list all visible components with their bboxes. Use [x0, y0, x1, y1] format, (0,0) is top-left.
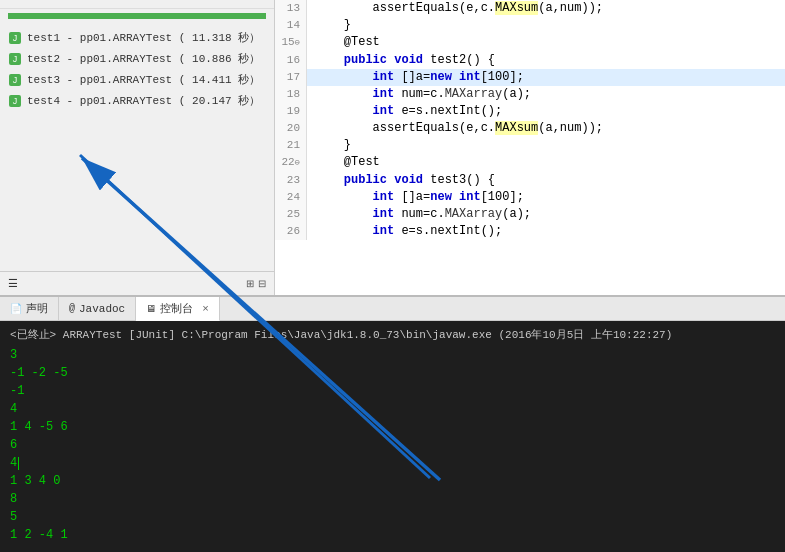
fault-icon-btn-1[interactable]: ⊞: [246, 278, 254, 289]
test-icon-test1: J: [8, 31, 22, 45]
test-label-test4: test4 - pp01.ARRAYTest ( 20.147 秒）: [27, 93, 260, 108]
progress-bar: [8, 13, 266, 19]
code-line: 15⊖ @Test: [275, 34, 785, 52]
code-line: 26 int e=s.nextInt();: [275, 223, 785, 240]
line-number: 23: [275, 172, 307, 189]
tab-close-btn[interactable]: ×: [202, 303, 209, 315]
line-number: 16: [275, 52, 307, 69]
line-number: 24: [275, 189, 307, 206]
line-number: 17: [275, 69, 307, 86]
test-item-test4[interactable]: Jtest4 - pp01.ARRAYTest ( 20.147 秒）: [0, 90, 274, 111]
test-item-test3[interactable]: Jtest3 - pp01.ARRAYTest ( 14.411 秒）: [0, 69, 274, 90]
test-item-test2[interactable]: Jtest2 - pp01.ARRAYTest ( 10.886 秒）: [0, 48, 274, 69]
test-item-test1[interactable]: Jtest1 - pp01.ARRAYTest ( 11.318 秒）: [0, 27, 274, 48]
main-container: Jtest1 - pp01.ARRAYTest ( 11.318 秒）Jtest…: [0, 0, 785, 552]
test-list: Jtest1 - pp01.ARRAYTest ( 11.318 秒）Jtest…: [0, 23, 274, 271]
line-number: 13: [275, 0, 307, 17]
console-line: 4: [10, 400, 775, 418]
line-content: assertEquals(e,c.MAXsum(a,num));: [307, 120, 603, 137]
svg-text:J: J: [13, 54, 18, 64]
console-line: -1: [10, 382, 775, 400]
test-label-test2: test2 - pp01.ARRAYTest ( 10.886 秒）: [27, 51, 260, 66]
text-cursor: [18, 457, 19, 470]
fault-track-bar: ☰ ⊞ ⊟: [0, 271, 274, 295]
console-line: 4: [10, 454, 775, 472]
code-line: 17 int []a=new int[100];: [275, 69, 785, 86]
console-line: 6: [10, 436, 775, 454]
code-line: 22⊖ @Test: [275, 154, 785, 172]
tab-icon-declaration: 📄: [10, 303, 22, 315]
console-header: <已终止> ARRAYTest [JUnit] C:\Program Files…: [10, 327, 775, 342]
code-lines: 13 assertEquals(e,c.MAXsum(a,num));14 }1…: [275, 0, 785, 240]
test-icon-test4: J: [8, 94, 22, 108]
tab-label-javadoc: Javadoc: [79, 303, 125, 315]
line-content: int num=c.MAXarray(a);: [307, 86, 531, 103]
console-line: -1 -2 -5: [10, 364, 775, 382]
line-content: int []a=new int[100];: [307, 189, 524, 206]
svg-text:J: J: [13, 96, 18, 106]
console-text: 4: [10, 454, 17, 472]
code-line: 16 public void test2() {: [275, 52, 785, 69]
code-panel: 13 assertEquals(e,c.MAXsum(a,num));14 }1…: [275, 0, 785, 295]
line-content: assertEquals(e,c.MAXsum(a,num));: [307, 0, 603, 17]
console-lines: 3-1 -2 -5-141 4 -5 664 1 3 4 0851 2 -4 1: [10, 346, 775, 544]
tab-console[interactable]: 🖥控制台×: [136, 297, 220, 321]
tab-javadoc[interactable]: @Javadoc: [59, 297, 136, 320]
line-content: }: [307, 17, 351, 34]
line-number: 19: [275, 103, 307, 120]
console-area[interactable]: <已终止> ARRAYTest [JUnit] C:\Program Files…: [0, 321, 785, 552]
line-number: 18: [275, 86, 307, 103]
line-content: int num=c.MAXarray(a);: [307, 206, 531, 223]
console-line: 8: [10, 490, 775, 508]
console-line: 3: [10, 346, 775, 364]
console-line: 5: [10, 508, 775, 526]
line-number: 14: [275, 17, 307, 34]
svg-text:J: J: [13, 75, 18, 85]
code-line: 13 assertEquals(e,c.MAXsum(a,num));: [275, 0, 785, 17]
line-number: 20: [275, 120, 307, 137]
test-icon-test2: J: [8, 52, 22, 66]
test-icon-test3: J: [8, 73, 22, 87]
tab-label-console: 控制台: [160, 301, 193, 316]
console-line: 1 4 -5 6: [10, 418, 775, 436]
code-line: 21 }: [275, 137, 785, 154]
code-line: 24 int []a=new int[100];: [275, 189, 785, 206]
line-content: int []a=new int[100];: [307, 69, 524, 86]
line-content: @Test: [307, 34, 380, 52]
line-content: }: [307, 137, 351, 154]
run-stats: [0, 0, 274, 9]
tab-icon-console: 🖥: [146, 303, 156, 315]
test-label-test1: test1 - pp01.ARRAYTest ( 11.318 秒）: [27, 30, 260, 45]
line-content: public void test2() {: [307, 52, 495, 69]
fault-icon-btn-2[interactable]: ⊟: [258, 278, 266, 289]
line-number: 21: [275, 137, 307, 154]
line-content: int e=s.nextInt();: [307, 103, 502, 120]
code-line: 20 assertEquals(e,c.MAXsum(a,num));: [275, 120, 785, 137]
line-content: @Test: [307, 154, 380, 172]
tab-declaration[interactable]: 📄声明: [0, 297, 59, 320]
code-line: 25 int num=c.MAXarray(a);: [275, 206, 785, 223]
bottom-tabs: 📄声明@Javadoc🖥控制台×: [0, 297, 785, 321]
left-panel: Jtest1 - pp01.ARRAYTest ( 11.318 秒）Jtest…: [0, 0, 275, 295]
code-editor: 13 assertEquals(e,c.MAXsum(a,num));14 }1…: [275, 0, 785, 295]
fault-track-icons: ⊞ ⊟: [246, 278, 266, 289]
line-number: 22⊖: [275, 154, 307, 172]
console-line: 1 2 -4 1: [10, 526, 775, 544]
code-line: 14 }: [275, 17, 785, 34]
line-number: 15⊖: [275, 34, 307, 52]
fault-track-icon: ☰: [8, 277, 18, 290]
code-line: 18 int num=c.MAXarray(a);: [275, 86, 785, 103]
test-label-test3: test3 - pp01.ARRAYTest ( 14.411 秒）: [27, 72, 260, 87]
line-number: 26: [275, 223, 307, 240]
console-line: 1 3 4 0: [10, 472, 775, 490]
line-number: 25: [275, 206, 307, 223]
line-content: int e=s.nextInt();: [307, 223, 502, 240]
bottom-panel: 📄声明@Javadoc🖥控制台× <已终止> ARRAYTest [JUnit]…: [0, 295, 785, 552]
code-line: 19 int e=s.nextInt();: [275, 103, 785, 120]
code-line: 23 public void test3() {: [275, 172, 785, 189]
line-content: public void test3() {: [307, 172, 495, 189]
top-panel: Jtest1 - pp01.ARRAYTest ( 11.318 秒）Jtest…: [0, 0, 785, 295]
tab-label-declaration: 声明: [26, 301, 48, 316]
fault-track-label: ☰: [8, 277, 22, 290]
tab-icon-javadoc: @: [69, 303, 75, 314]
